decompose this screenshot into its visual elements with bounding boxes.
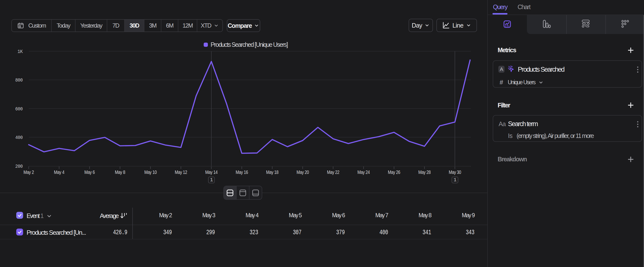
svg-text:May 26: May 26 <box>388 169 400 175</box>
svg-text:May 4: May 4 <box>54 169 64 175</box>
svg-text:May 2: May 2 <box>24 169 34 175</box>
svg-text:400: 400 <box>15 135 23 140</box>
svg-text:May 18: May 18 <box>266 169 278 175</box>
svg-text:May 10: May 10 <box>144 169 157 175</box>
svg-text:800: 800 <box>15 77 23 83</box>
svg-text:May 30: May 30 <box>449 169 461 175</box>
svg-text:May 28: May 28 <box>418 169 430 175</box>
svg-text:1K: 1K <box>18 49 23 55</box>
svg-text:May 8: May 8 <box>115 169 125 175</box>
svg-text:May 6: May 6 <box>84 169 95 175</box>
svg-text:600: 600 <box>15 106 23 112</box>
svg-text:May 14: May 14 <box>205 169 218 175</box>
svg-text:May 12: May 12 <box>175 169 187 175</box>
svg-text:May 16: May 16 <box>236 169 248 175</box>
svg-text:May 22: May 22 <box>327 169 339 175</box>
svg-text:200: 200 <box>15 164 23 169</box>
svg-text:May 20: May 20 <box>296 169 309 175</box>
svg-text:May 24: May 24 <box>358 169 370 175</box>
